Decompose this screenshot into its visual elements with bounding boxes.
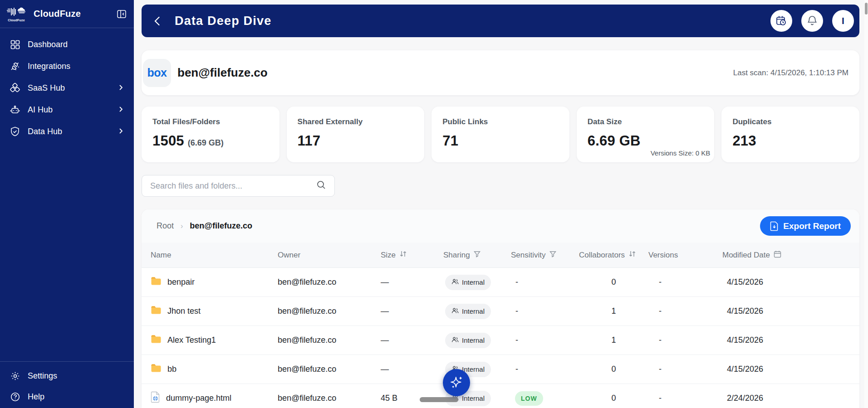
size-cell: — (381, 306, 443, 316)
table-row[interactable]: Alex Testing1ben@filefuze.co—Internal-1-… (142, 326, 859, 355)
ai-assistant-fab[interactable] (443, 369, 470, 396)
sidebar-item-settings[interactable]: Settings (0, 365, 134, 386)
stat-label: Duplicates (732, 117, 848, 126)
file-name-cell[interactable]: benpair (151, 277, 278, 288)
collaborators-cell: 1 (579, 335, 648, 345)
sidebar-item-data-hub[interactable]: Data Hub (0, 121, 134, 142)
collaborators-cell: 0 (579, 364, 648, 374)
stat-label: Public Links (442, 117, 559, 126)
stat-value: 1505 (152, 133, 184, 149)
sidebar-item-label: Dashboard (28, 40, 68, 49)
file-name-cell[interactable]: bb (151, 364, 278, 375)
column-header-versions[interactable]: Versions (648, 251, 722, 260)
folder-icon (151, 364, 162, 375)
back-button[interactable] (152, 15, 162, 26)
column-header-size[interactable]: Size (381, 250, 443, 260)
column-header-sharing[interactable]: Sharing (443, 251, 511, 260)
gear-icon (10, 371, 20, 381)
sensitivity-cell: LOW (511, 391, 579, 406)
versions-cell: - (648, 335, 722, 345)
stat-value: 213 (732, 133, 756, 149)
export-report-label: Export Report (783, 221, 841, 231)
file-name: bb (167, 364, 177, 374)
modified-date-cell: 4/15/2026 (722, 277, 859, 287)
sharing-badge: Internal (445, 275, 491, 290)
last-scan-label: Last scan: 4/15/2026, 1:10:13 PM (733, 68, 848, 78)
stat-value: 71 (442, 133, 458, 149)
file-name-cell[interactable]: dummy-page.html (151, 391, 278, 405)
size-cell: — (381, 277, 443, 287)
table-row[interactable]: dummy-page.htmlben@filefuze.co45 BIntern… (142, 384, 859, 408)
logo-caption: CloudFuze (8, 19, 25, 22)
vertical-scrollbar-thumb[interactable] (865, 3, 868, 15)
stat-card-duplicates: Duplicates 213 (721, 107, 859, 162)
sidebar-item-integrations[interactable]: Integrations (0, 55, 134, 77)
export-report-button[interactable]: Export Report (760, 216, 851, 236)
sidebar-collapse-icon[interactable] (117, 9, 127, 19)
sidebar-item-ai-hub[interactable]: AI Hub (0, 99, 134, 121)
sensitivity-low-badge: LOW (515, 391, 543, 406)
table-body: benpairben@filefuze.co—Internal-0-4/15/2… (142, 268, 859, 408)
search-icon[interactable] (316, 180, 326, 192)
owner-cell: ben@filefuze.co (278, 277, 381, 287)
file-name-cell[interactable]: Alex Testing1 (151, 335, 278, 346)
sidebar-header: CloudFuze CloudFuze (0, 0, 134, 28)
stat-value: 6.69 GB (588, 133, 641, 149)
sensitivity-cell: - (511, 335, 579, 345)
table-row[interactable]: Jhon testben@filefuze.co—Internal-1-4/15… (142, 297, 859, 326)
vertical-scrollbar[interactable] (864, 0, 868, 408)
sidebar-item-saas-hub[interactable]: SaaS Hub (0, 77, 134, 99)
ai-hub-icon (10, 105, 20, 115)
brand-name: CloudFuze (34, 9, 81, 19)
sidebar-item-dashboard[interactable]: Dashboard (0, 34, 134, 55)
chevron-right-icon (119, 127, 123, 136)
search-input[interactable] (150, 181, 316, 191)
sidebar-nav: Dashboard Integrations SaaS (0, 28, 134, 148)
sidebar-item-help[interactable]: Help (0, 386, 134, 407)
help-icon (10, 392, 20, 402)
column-header-sensitivity[interactable]: Sensitivity (511, 251, 579, 260)
owner-cell: ben@filefuze.co (278, 364, 381, 374)
table-row[interactable]: benpairben@filefuze.co—Internal-0-4/15/2… (142, 268, 859, 297)
sensitivity-value: - (511, 277, 518, 287)
people-icon (451, 336, 459, 344)
versions-cell: - (648, 306, 722, 316)
versions-cell: - (648, 277, 722, 287)
file-name: Alex Testing1 (167, 335, 216, 345)
column-header-name[interactable]: Name (151, 251, 278, 260)
sidebar-item-label: AI Hub (28, 105, 53, 115)
notifications-button[interactable] (801, 10, 823, 32)
scan-schedule-button[interactable] (770, 10, 792, 32)
sidebar-item-label: Settings (28, 371, 57, 381)
topbar-actions: I (770, 10, 854, 32)
user-avatar[interactable]: I (832, 10, 854, 32)
sidebar-bottom: Settings Help (0, 361, 134, 408)
breadcrumb-root[interactable]: Root (157, 221, 174, 231)
sort-icon[interactable] (628, 250, 636, 260)
sensitivity-cell: - (511, 277, 579, 287)
owner-cell: ben@filefuze.co (278, 393, 381, 403)
column-header-collaborators[interactable]: Collaborators (579, 250, 648, 260)
stat-suffix: (6.69 GB) (188, 138, 224, 148)
folder-icon (151, 335, 162, 346)
column-header-modified-date[interactable]: Modified Date (722, 250, 859, 260)
filter-icon[interactable] (474, 251, 481, 260)
folder-icon (151, 277, 162, 288)
account-title: ben@filefuze.co (177, 66, 268, 80)
filter-icon[interactable] (549, 251, 556, 260)
horizontal-scrollbar-thumb[interactable] (420, 397, 458, 402)
file-name: benpair (167, 277, 195, 287)
table-row[interactable]: bbben@filefuze.co—Internal-0-4/15/2026 (142, 355, 859, 384)
owner-cell: ben@filefuze.co (278, 306, 381, 316)
column-header-owner[interactable]: Owner (278, 251, 381, 260)
sort-icon[interactable] (399, 250, 407, 260)
size-cell: — (381, 335, 443, 345)
people-icon (451, 307, 459, 315)
chevron-right-icon (119, 83, 123, 93)
sidebar-item-label: Data Hub (28, 127, 62, 136)
stat-label: Shared Externally (298, 117, 414, 126)
saas-hub-icon (10, 83, 20, 93)
calendar-icon[interactable] (774, 250, 781, 260)
file-name-cell[interactable]: Jhon test (151, 306, 278, 317)
main-content: Data Deep Dive I box (134, 0, 868, 408)
